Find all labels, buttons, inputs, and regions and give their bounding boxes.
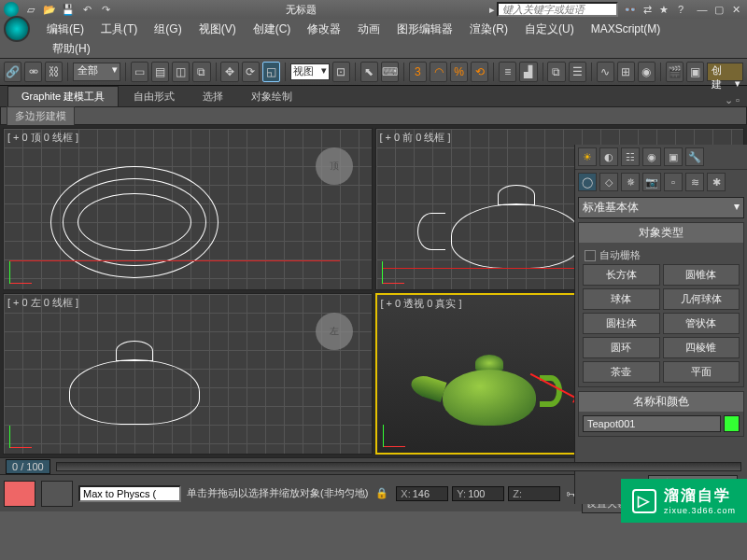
cone-button[interactable]: 圆锥体 [663, 264, 740, 286]
polygon-modeling-button[interactable]: 多边形建模 [7, 106, 75, 126]
link-icon[interactable]: ⇄ [641, 3, 654, 16]
maximize-button[interactable]: ▢ [712, 3, 726, 16]
utilities-tab-icon[interactable]: 🔧 [685, 147, 704, 166]
display-tab-icon[interactable]: ▣ [664, 147, 683, 166]
selection-filter-combo[interactable]: 全部 [73, 63, 120, 81]
hierarchy-tab-icon[interactable]: ☷ [621, 147, 640, 166]
pivot-center-icon[interactable]: ⊡ [332, 62, 350, 82]
search-dropdown-icon[interactable]: ▸ [489, 4, 495, 16]
bind-tool-icon[interactable]: ⛓ [45, 62, 63, 82]
undo-icon[interactable]: ↶ [80, 3, 93, 16]
checkbox-icon[interactable] [585, 250, 596, 261]
align-icon[interactable]: ⧉ [547, 62, 565, 82]
menu-customize[interactable]: 自定义(U) [517, 20, 582, 39]
mirror-icon[interactable]: ▟ [519, 62, 537, 82]
open-icon[interactable]: 📂 [43, 3, 56, 16]
viewport-left-label[interactable]: [ + 0 左 0 线框 ] [7, 296, 78, 310]
layers-icon[interactable]: ☰ [569, 62, 586, 82]
binoculars-icon[interactable]: 👓 [624, 3, 637, 16]
timeline-track[interactable] [56, 462, 741, 471]
cameras-cat-icon[interactable]: 📷 [642, 173, 661, 191]
menu-maxscript[interactable]: MAXScript(M) [584, 21, 669, 37]
menu-rendering[interactable]: 渲染(R) [462, 20, 515, 39]
pyramid-button[interactable]: 四棱锥 [663, 337, 740, 358]
help-search-input[interactable] [497, 2, 618, 17]
rollout-name-color-header[interactable]: 名称和颜色 [579, 392, 743, 412]
menu-help[interactable]: 帮助(H) [45, 39, 98, 59]
tab-selection[interactable]: 选择 [190, 87, 236, 106]
material-editor-icon[interactable]: ◉ [638, 62, 655, 82]
tab-objectpaint[interactable]: 对象绘制 [238, 87, 305, 106]
minimize-button[interactable]: — [695, 3, 710, 16]
object-color-swatch[interactable] [724, 415, 740, 432]
scale-tool-icon[interactable]: ◱ [262, 62, 280, 82]
move-tool-icon[interactable]: ✥ [220, 62, 238, 82]
tab-graphite[interactable]: Graphite 建模工具 [7, 86, 119, 106]
teapot-button[interactable]: 茶壶 [583, 361, 660, 383]
viewcube-top[interactable]: 顶 [316, 147, 353, 185]
unlink-tool-icon[interactable]: ⚮ [24, 62, 42, 82]
mini-listener-slot[interactable] [4, 481, 35, 507]
percent-snap-icon[interactable]: % [450, 62, 468, 82]
mini-listener-slot2[interactable] [41, 481, 73, 507]
object-name-input[interactable] [583, 415, 721, 432]
primitive-category-combo[interactable]: 标准基本体 [578, 197, 744, 218]
maxscript-listener-input[interactable] [78, 485, 181, 502]
spacewarps-cat-icon[interactable]: ≋ [685, 173, 704, 191]
rotate-tool-icon[interactable]: ⟳ [242, 62, 260, 82]
coord-z-field[interactable]: Z: [508, 486, 560, 501]
cylinder-button[interactable]: 圆柱体 [583, 313, 660, 334]
select-object-icon[interactable]: ▭ [131, 62, 148, 82]
schematic-icon[interactable]: ⊞ [617, 62, 635, 82]
named-sel-icon[interactable]: ≡ [499, 62, 516, 82]
spinner-snap-icon[interactable]: ⟲ [471, 62, 488, 82]
geometry-cat-icon[interactable]: ◯ [578, 173, 597, 191]
sphere-button[interactable]: 球体 [583, 288, 660, 310]
render-setup-icon[interactable]: 🎬 [666, 62, 684, 82]
select-region-icon[interactable]: ◫ [172, 62, 190, 82]
create-selection-dropdown[interactable]: 创建 [707, 63, 743, 81]
redo-icon[interactable]: ↷ [99, 3, 112, 16]
menu-edit[interactable]: 编辑(E) [39, 20, 92, 39]
systems-cat-icon[interactable]: ✱ [707, 173, 726, 191]
save-icon[interactable]: 💾 [62, 3, 75, 16]
menu-group[interactable]: 组(G) [147, 20, 189, 39]
viewport-front-label[interactable]: [ + 0 前 0 线框 ] [380, 131, 451, 145]
close-button[interactable]: ✕ [728, 3, 743, 16]
create-tab-icon[interactable]: ☀ [578, 147, 597, 166]
shapes-cat-icon[interactable]: ◇ [599, 173, 618, 191]
box-button[interactable]: 长方体 [583, 264, 660, 286]
viewport-persp-label[interactable]: [ + 0 透视 0 真实 ] [381, 297, 462, 311]
angle-snap-icon[interactable]: ◠ [430, 62, 447, 82]
lights-cat-icon[interactable]: ✵ [621, 173, 640, 191]
help-icon[interactable]: ? [674, 3, 687, 16]
torus-button[interactable]: 圆环 [583, 337, 660, 358]
tab-freeform[interactable]: 自由形式 [120, 87, 188, 106]
menu-modifiers[interactable]: 修改器 [300, 20, 348, 39]
render-frame-icon[interactable]: ▣ [686, 62, 704, 82]
application-menu-icon[interactable] [4, 16, 30, 42]
motion-tab-icon[interactable]: ◉ [642, 147, 661, 166]
menu-grapheditors[interactable]: 图形编辑器 [389, 20, 460, 39]
snap-toggle-icon[interactable]: 3 [409, 62, 427, 82]
viewport-left[interactable]: [ + 0 左 0 线框 ] 左 [3, 293, 373, 455]
plane-button[interactable]: 平面 [663, 361, 740, 383]
autogrid-checkbox[interactable]: 自动栅格 [583, 246, 740, 264]
geosphere-button[interactable]: 几何球体 [663, 288, 740, 310]
keyboard-shortcut-icon[interactable]: ⌨ [381, 62, 399, 82]
tube-button[interactable]: 管状体 [663, 313, 740, 334]
menu-tools[interactable]: 工具(T) [93, 20, 145, 39]
select-name-icon[interactable]: ▤ [151, 62, 169, 82]
coord-y-field[interactable]: Y:100 [452, 486, 504, 501]
link-tool-icon[interactable]: 🔗 [4, 62, 21, 82]
coord-x-field[interactable]: X:146 [396, 486, 448, 501]
viewcube-left[interactable]: 左 [316, 313, 353, 350]
menu-create[interactable]: 创建(C) [246, 20, 299, 39]
menu-animation[interactable]: 动画 [350, 20, 388, 39]
new-icon[interactable]: ▱ [24, 3, 37, 16]
ref-coord-combo[interactable]: 视图 [290, 63, 330, 80]
window-crossing-icon[interactable]: ⧉ [192, 62, 210, 82]
rollout-object-type-header[interactable]: 对象类型 [579, 223, 743, 243]
modify-tab-icon[interactable]: ◐ [599, 147, 618, 166]
lock-selection-icon[interactable]: 🔒 [374, 487, 390, 499]
